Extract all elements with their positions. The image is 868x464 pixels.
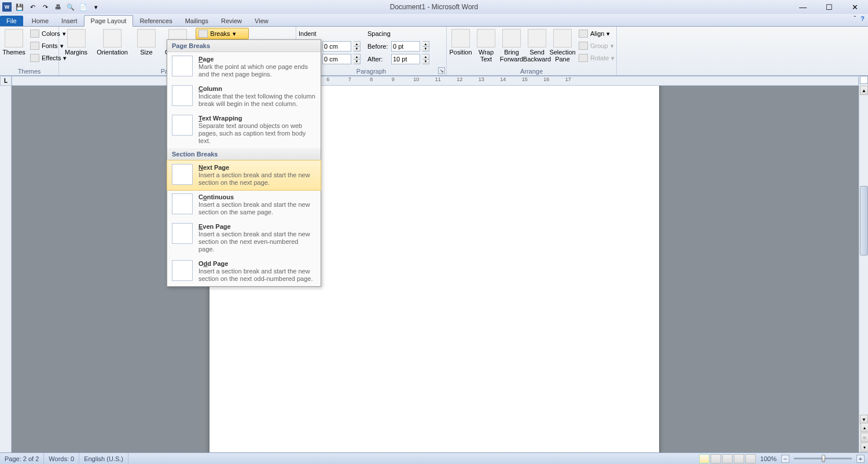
new-icon[interactable]: 📄 [79,2,88,12]
view-draft[interactable] [745,454,756,463]
rotate-icon [579,54,588,62]
zoom-in-button[interactable]: + [856,455,865,463]
document-canvas[interactable] [12,86,859,452]
zoom-slider[interactable] [794,458,852,459]
horizontal-ruler[interactable]: 34567891011121314151617 [12,76,859,86]
margins-button[interactable]: Margins [61,28,91,57]
tab-mailings[interactable]: Mailings [179,16,215,26]
break-next-page[interactable]: Next PageInsert a section break and star… [167,160,321,190]
title-bar: W 💾 ↶ ↷ 🖶 🔍 📄 ▾ Document1 - Microsoft Wo… [0,0,868,14]
help-icon[interactable]: ? [860,15,865,22]
view-outline[interactable] [734,454,744,463]
orientation-icon [103,29,122,48]
status-bar: Page: 2 of 2 Words: 0 English (U.S.) 100… [0,452,868,464]
column-break-icon [172,85,193,106]
rotate-button[interactable]: Rotate ▾ [576,52,617,64]
breaks-button[interactable]: Breaks ▾ [196,28,249,39]
bring-forward-button[interactable]: Bring Forward [500,28,523,64]
quick-access-toolbar: W 💾 ↶ ↷ 🖶 🔍 📄 ▾ [0,2,101,12]
size-button[interactable]: Size [134,28,159,57]
status-words[interactable]: Words: 0 [44,453,79,464]
tab-alignment-button[interactable]: L [0,76,12,86]
print-icon[interactable]: 🖶 [53,2,62,12]
spacing-before-input[interactable]: 0 pt [391,41,420,52]
breaks-dropdown: Page Breaks PageMark the point at which … [167,39,321,287]
status-language[interactable]: English (U.S.) [79,453,128,464]
tab-references[interactable]: References [133,16,178,26]
scroll-up-button[interactable]: ▲ [860,86,868,95]
bring-forward-icon [502,29,521,48]
maximize-button[interactable]: ☐ [816,1,842,13]
view-print-layout[interactable] [699,454,709,463]
tab-view[interactable]: View [248,16,275,26]
next-page-break-icon [172,164,193,185]
align-icon [579,30,588,38]
view-web-layout[interactable] [722,454,733,463]
page-break-icon [172,56,193,76]
group-arrange: Position Wrap Text Bring Forward Send Ba… [447,27,617,75]
indent-left-input[interactable]: 0 cm [322,41,351,52]
break-text-wrapping[interactable]: Text WrappingSeparate text around object… [167,111,321,148]
break-column[interactable]: ColumnIndicate that the text following t… [167,82,321,111]
browse-object-button[interactable]: ○ [860,433,868,442]
zoom-slider-thumb[interactable] [822,455,825,462]
indent-right-spinner[interactable]: ▲▼ [354,54,361,64]
colors-icon [30,30,39,38]
align-button[interactable]: Align ▾ [576,28,617,39]
break-odd-page[interactable]: Odd PageInsert a section break and start… [167,257,321,286]
orientation-button[interactable]: Orientation [93,28,131,57]
zoom-level[interactable]: 100% [760,455,777,462]
scroll-thumb[interactable] [860,186,868,255]
send-backward-icon [528,29,546,48]
breaks-icon [198,30,208,38]
even-page-break-icon [172,223,193,244]
indent-right-input[interactable]: 0 cm [322,54,351,64]
themes-icon [5,29,23,48]
effects-icon [30,54,39,62]
break-even-page[interactable]: Even PageInsert a section break and star… [167,220,321,257]
spacing-before-spinner[interactable]: ▲▼ [422,41,429,52]
wrap-text-button[interactable]: Wrap Text [475,28,498,64]
tab-file[interactable]: File [0,16,23,26]
preview-icon[interactable]: 🔍 [66,2,75,12]
window-title: Document1 - Microsoft Word [390,3,479,11]
break-continuous[interactable]: ContinuousInsert a section break and sta… [167,190,321,220]
spacing-after-input[interactable]: 10 pt [391,54,420,64]
themes-button[interactable]: Themes [2,28,25,57]
group-button[interactable]: Group ▾ [576,40,617,52]
minimize-ribbon-icon[interactable]: ˆ [854,15,856,22]
tab-insert[interactable]: Insert [55,16,84,26]
tab-page-layout[interactable]: Page Layout [84,15,134,27]
undo-icon[interactable]: ↶ [28,2,37,12]
view-full-screen[interactable] [711,454,721,463]
status-page[interactable]: Page: 2 of 2 [0,453,44,464]
spacing-header: Spacing [367,28,429,39]
position-icon [451,29,470,48]
ribbon: Themes Colors ▾ Fonts ▾ Effects ▾ Themes… [0,27,868,76]
break-page[interactable]: PageMark the point at which one page end… [167,52,321,82]
qat-more-icon[interactable]: ▾ [91,2,101,12]
selection-pane-button[interactable]: Selection Pane [551,28,574,64]
spacing-after-spinner[interactable]: ▲▼ [422,54,429,64]
tab-home[interactable]: Home [25,16,55,26]
paragraph-dialog-launcher[interactable]: ↘ [438,67,445,74]
send-backward-button[interactable]: Send Backward [525,28,549,64]
margins-icon [67,29,86,48]
word-icon[interactable]: W [2,2,12,12]
wrap-text-icon [477,29,495,48]
indent-left-spinner[interactable]: ▲▼ [354,41,361,52]
ruler-toggle-button[interactable] [860,76,868,84]
tab-review[interactable]: Review [215,16,248,26]
redo-icon[interactable]: ↷ [41,2,50,12]
group-icon [579,42,588,50]
minimize-button[interactable]: — [790,1,816,13]
position-button[interactable]: Position [449,28,472,57]
zoom-out-button[interactable]: − [781,455,789,463]
vertical-scrollbar[interactable]: ▲ ▼ ▴ ○ ▾ [859,76,868,452]
close-button[interactable]: ✕ [842,1,868,13]
save-icon[interactable]: 💾 [15,2,24,12]
vertical-ruler[interactable] [0,86,12,452]
prev-page-button[interactable]: ▴ [860,423,868,432]
next-page-button[interactable]: ▾ [860,443,868,452]
text-wrapping-break-icon [172,115,193,136]
